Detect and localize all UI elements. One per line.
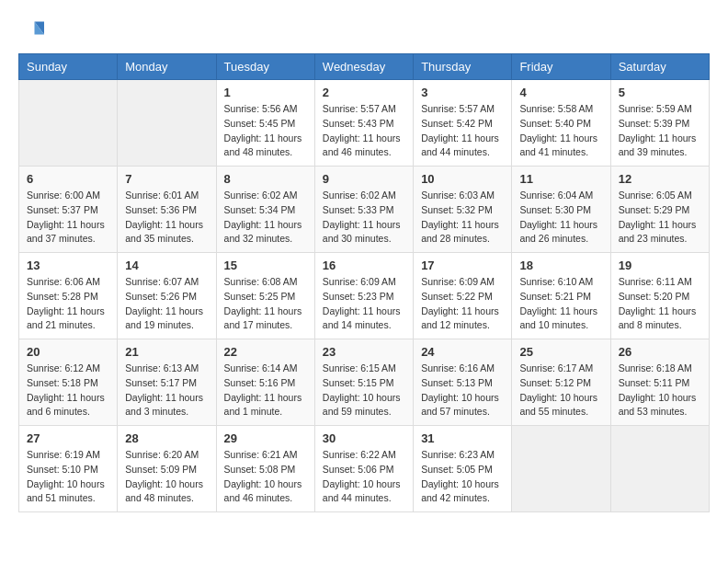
calendar: SundayMondayTuesdayWednesdayThursdayFrid… [18, 53, 710, 512]
day-info: Sunrise: 6:21 AM Sunset: 5:08 PM Dayligh… [224, 448, 307, 506]
day-info: Sunrise: 6:06 AM Sunset: 5:28 PM Dayligh… [27, 275, 109, 333]
day-number: 27 [27, 431, 109, 445]
calendar-cell: 12Sunrise: 6:05 AM Sunset: 5:29 PM Dayli… [610, 167, 709, 253]
weekday-header: Wednesday [314, 54, 413, 80]
day-info: Sunrise: 6:20 AM Sunset: 5:09 PM Dayligh… [125, 448, 208, 506]
day-number: 20 [27, 345, 109, 359]
day-number: 2 [323, 86, 405, 99]
day-info: Sunrise: 6:19 AM Sunset: 5:10 PM Dayligh… [27, 448, 109, 506]
day-info: Sunrise: 5:57 AM Sunset: 5:42 PM Dayligh… [421, 102, 504, 160]
weekday-header: Saturday [610, 54, 709, 80]
day-number: 1 [224, 86, 307, 99]
calendar-cell: 29Sunrise: 6:21 AM Sunset: 5:08 PM Dayli… [216, 426, 314, 512]
weekday-header: Thursday [414, 54, 512, 80]
calendar-cell: 27Sunrise: 6:19 AM Sunset: 5:10 PM Dayli… [19, 426, 118, 512]
weekday-header: Tuesday [216, 54, 314, 80]
day-info: Sunrise: 6:18 AM Sunset: 5:11 PM Dayligh… [619, 362, 701, 419]
day-info: Sunrise: 5:59 AM Sunset: 5:39 PM Dayligh… [619, 102, 701, 160]
day-info: Sunrise: 6:04 AM Sunset: 5:30 PM Dayligh… [519, 189, 602, 247]
day-number: 26 [619, 345, 701, 359]
calendar-cell: 5Sunrise: 5:59 AM Sunset: 5:39 PM Daylig… [610, 80, 709, 167]
day-number: 22 [224, 345, 307, 359]
calendar-cell [118, 80, 216, 167]
calendar-cell: 20Sunrise: 6:12 AM Sunset: 5:18 PM Dayli… [19, 339, 118, 426]
day-number: 13 [27, 259, 109, 272]
day-number: 8 [224, 172, 307, 186]
calendar-week-row: 13Sunrise: 6:06 AM Sunset: 5:28 PM Dayli… [19, 253, 710, 339]
calendar-cell: 23Sunrise: 6:15 AM Sunset: 5:15 PM Dayli… [314, 339, 413, 426]
calendar-cell: 18Sunrise: 6:10 AM Sunset: 5:21 PM Dayli… [512, 253, 610, 339]
calendar-cell: 7Sunrise: 6:01 AM Sunset: 5:36 PM Daylig… [118, 167, 216, 253]
day-info: Sunrise: 6:02 AM Sunset: 5:33 PM Dayligh… [323, 189, 405, 247]
calendar-cell: 15Sunrise: 6:08 AM Sunset: 5:25 PM Dayli… [216, 253, 314, 339]
calendar-cell [610, 426, 709, 512]
day-number: 19 [619, 259, 701, 272]
day-info: Sunrise: 6:02 AM Sunset: 5:34 PM Dayligh… [224, 189, 307, 247]
calendar-week-row: 1Sunrise: 5:56 AM Sunset: 5:45 PM Daylig… [19, 80, 710, 167]
calendar-cell: 25Sunrise: 6:17 AM Sunset: 5:12 PM Dayli… [512, 339, 610, 426]
day-number: 21 [125, 345, 208, 359]
day-info: Sunrise: 6:17 AM Sunset: 5:12 PM Dayligh… [519, 362, 602, 419]
calendar-week-row: 20Sunrise: 6:12 AM Sunset: 5:18 PM Dayli… [19, 339, 710, 426]
day-info: Sunrise: 6:07 AM Sunset: 5:26 PM Dayligh… [125, 275, 208, 333]
calendar-cell: 11Sunrise: 6:04 AM Sunset: 5:30 PM Dayli… [512, 167, 610, 253]
calendar-header-row: SundayMondayTuesdayWednesdayThursdayFrid… [19, 54, 710, 80]
day-info: Sunrise: 6:23 AM Sunset: 5:05 PM Dayligh… [421, 448, 504, 506]
day-number: 9 [323, 172, 405, 186]
calendar-cell [19, 80, 118, 167]
page-header [18, 18, 710, 44]
day-number: 23 [323, 345, 405, 359]
day-info: Sunrise: 6:08 AM Sunset: 5:25 PM Dayligh… [224, 275, 307, 333]
calendar-week-row: 6Sunrise: 6:00 AM Sunset: 5:37 PM Daylig… [19, 167, 710, 253]
day-info: Sunrise: 6:05 AM Sunset: 5:29 PM Dayligh… [619, 189, 701, 247]
day-number: 10 [421, 172, 504, 186]
day-number: 14 [125, 259, 208, 272]
day-number: 25 [519, 345, 602, 359]
day-info: Sunrise: 6:09 AM Sunset: 5:22 PM Dayligh… [421, 275, 504, 333]
day-info: Sunrise: 6:09 AM Sunset: 5:23 PM Dayligh… [323, 275, 405, 333]
calendar-week-row: 27Sunrise: 6:19 AM Sunset: 5:10 PM Dayli… [19, 426, 710, 512]
calendar-cell: 24Sunrise: 6:16 AM Sunset: 5:13 PM Dayli… [414, 339, 512, 426]
day-number: 3 [421, 86, 504, 99]
day-info: Sunrise: 6:10 AM Sunset: 5:21 PM Dayligh… [519, 275, 602, 333]
day-info: Sunrise: 6:11 AM Sunset: 5:20 PM Dayligh… [619, 275, 701, 333]
day-number: 16 [323, 259, 405, 272]
day-number: 30 [323, 431, 405, 445]
day-info: Sunrise: 6:22 AM Sunset: 5:06 PM Dayligh… [323, 448, 405, 506]
calendar-cell: 26Sunrise: 6:18 AM Sunset: 5:11 PM Dayli… [610, 339, 709, 426]
day-number: 11 [519, 172, 602, 186]
day-number: 17 [421, 259, 504, 272]
calendar-cell: 30Sunrise: 6:22 AM Sunset: 5:06 PM Dayli… [314, 426, 413, 512]
day-number: 18 [519, 259, 602, 272]
day-info: Sunrise: 5:58 AM Sunset: 5:40 PM Dayligh… [519, 102, 602, 160]
calendar-cell [512, 426, 610, 512]
calendar-cell: 14Sunrise: 6:07 AM Sunset: 5:26 PM Dayli… [118, 253, 216, 339]
day-number: 7 [125, 172, 208, 186]
day-info: Sunrise: 6:15 AM Sunset: 5:15 PM Dayligh… [323, 362, 405, 419]
calendar-cell: 31Sunrise: 6:23 AM Sunset: 5:05 PM Dayli… [414, 426, 512, 512]
calendar-cell: 16Sunrise: 6:09 AM Sunset: 5:23 PM Dayli… [314, 253, 413, 339]
calendar-cell: 8Sunrise: 6:02 AM Sunset: 5:34 PM Daylig… [216, 167, 314, 253]
calendar-cell: 9Sunrise: 6:02 AM Sunset: 5:33 PM Daylig… [314, 167, 413, 253]
day-info: Sunrise: 6:14 AM Sunset: 5:16 PM Dayligh… [224, 362, 307, 419]
day-number: 31 [421, 431, 504, 445]
day-info: Sunrise: 5:56 AM Sunset: 5:45 PM Dayligh… [224, 102, 307, 160]
day-number: 4 [519, 86, 602, 99]
day-number: 24 [421, 345, 504, 359]
weekday-header: Sunday [19, 54, 118, 80]
calendar-cell: 4Sunrise: 5:58 AM Sunset: 5:40 PM Daylig… [512, 80, 610, 167]
calendar-cell: 21Sunrise: 6:13 AM Sunset: 5:17 PM Dayli… [118, 339, 216, 426]
logo-icon [18, 18, 44, 44]
calendar-cell: 13Sunrise: 6:06 AM Sunset: 5:28 PM Dayli… [19, 253, 118, 339]
weekday-header: Friday [512, 54, 610, 80]
calendar-cell: 10Sunrise: 6:03 AM Sunset: 5:32 PM Dayli… [414, 167, 512, 253]
calendar-cell: 3Sunrise: 5:57 AM Sunset: 5:42 PM Daylig… [414, 80, 512, 167]
day-info: Sunrise: 6:13 AM Sunset: 5:17 PM Dayligh… [125, 362, 208, 419]
calendar-cell: 1Sunrise: 5:56 AM Sunset: 5:45 PM Daylig… [216, 80, 314, 167]
calendar-cell: 28Sunrise: 6:20 AM Sunset: 5:09 PM Dayli… [118, 426, 216, 512]
logo [18, 18, 48, 44]
day-info: Sunrise: 6:16 AM Sunset: 5:13 PM Dayligh… [421, 362, 504, 419]
calendar-cell: 2Sunrise: 5:57 AM Sunset: 5:43 PM Daylig… [314, 80, 413, 167]
calendar-cell: 19Sunrise: 6:11 AM Sunset: 5:20 PM Dayli… [610, 253, 709, 339]
day-number: 6 [27, 172, 109, 186]
